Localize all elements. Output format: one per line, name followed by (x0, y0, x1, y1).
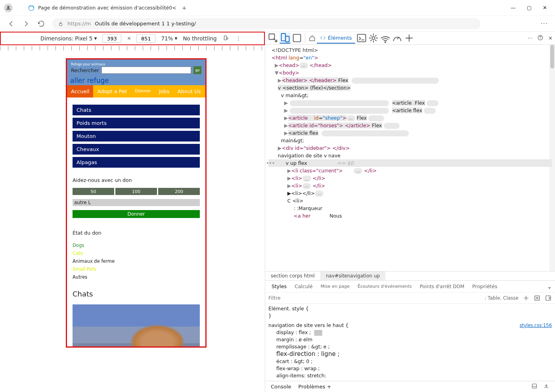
new-tab-icon[interactable]: + (182, 5, 187, 11)
css-property[interactable]: écart : &gt; 0 ; (276, 358, 312, 365)
list-item[interactable]: Alpagas (73, 157, 200, 168)
help-icon[interactable] (537, 34, 544, 42)
back-button[interactable] (7, 20, 15, 28)
flex-editor-icon[interactable] (314, 330, 322, 336)
device-selector[interactable]: Dimensions: Pixel 5 ▼ (40, 35, 97, 42)
zoom-selector[interactable]: 71% ▼ (161, 35, 177, 42)
page-heading: aller refuge (67, 76, 205, 85)
console-tab-icon[interactable] (356, 33, 367, 44)
chevron-down-icon[interactable]: ⌄ (547, 283, 552, 290)
donate-amount-button[interactable]: 50 (73, 188, 114, 195)
styles-pane[interactable]: Élément. style { } navigation de site ve… (265, 304, 555, 381)
minimize-button[interactable]: — (511, 5, 516, 11)
dom-tree[interactable]: <!DOCTYPE html> <html lang="en"> ▶<head>… (265, 45, 555, 271)
add-tab-icon[interactable] (404, 33, 415, 44)
search-go-button[interactable]: go (193, 66, 201, 74)
maximize-button[interactable]: ▢ (527, 5, 532, 11)
browser-tab[interactable]: Page de démonstration avec émission d'ac… (25, 2, 192, 14)
rotate-icon[interactable] (222, 35, 230, 42)
forward-button[interactable] (22, 20, 30, 28)
filter-meta: : Table. Classe (485, 295, 519, 301)
list-item[interactable]: Chats (73, 105, 200, 115)
height-input[interactable] (136, 34, 155, 43)
css-property[interactable]: margin : ø elm (276, 336, 312, 343)
status-item: Autres (73, 273, 200, 281)
device-emulation-icon[interactable] (279, 33, 291, 44)
donate-amount-button[interactable]: 200 (158, 188, 200, 195)
donate-amount-button[interactable]: 100 (115, 188, 157, 195)
tab-layout[interactable]: Mise en page (318, 281, 353, 291)
list-item[interactable]: Mouton (73, 131, 200, 142)
sources-tab-icon[interactable] (368, 33, 379, 44)
styles-filter-input[interactable] (268, 295, 481, 301)
svg-rect-2 (59, 23, 62, 25)
svg-rect-8 (357, 34, 366, 42)
tab-listeners[interactable]: Écouteurs d'événements (354, 281, 415, 291)
donate-submit-button[interactable]: Donner (73, 210, 200, 218)
tab-icon[interactable] (291, 33, 302, 44)
css-property[interactable]: flex-wrap : wrap ; (276, 365, 320, 372)
nav-item-donate[interactable]: Donner (131, 85, 155, 98)
nav-item-adopt[interactable]: Adopt a Pet (93, 85, 131, 98)
device-viewport: Refuge pour animaux Rechercher go aller … (0, 50, 265, 392)
device-toolbar-menu[interactable]: ⋮ (235, 35, 242, 42)
profile-avatar[interactable] (4, 4, 13, 12)
source-link[interactable]: styles.css:156 (520, 322, 552, 329)
drawer-console-tab[interactable]: Console (271, 384, 291, 390)
svg-point-10 (385, 42, 385, 42)
device-toolbar: Dimensions: Pixel 5 ▼ ✕ 71% ▼ No throttl… (0, 32, 265, 45)
toggle-classes-icon[interactable] (534, 294, 541, 302)
nav-item-about[interactable]: About Us (174, 85, 205, 98)
donate-heading: Aidez-nous avec un don (73, 177, 200, 183)
svg-rect-14 (532, 384, 537, 388)
devtools-tabs: Éléments ··· ✕ (265, 32, 555, 45)
width-input[interactable] (102, 34, 121, 43)
search-input[interactable] (101, 67, 191, 74)
emulated-phone: Refuge pour animaux Rechercher go aller … (66, 58, 207, 348)
tab-styles[interactable]: Styles (268, 281, 290, 292)
welcome-tab-icon[interactable] (305, 33, 316, 44)
list-item[interactable]: Poids morts (73, 118, 200, 128)
drawer-icon[interactable] (531, 383, 538, 390)
tab-dom-breakpoints[interactable]: Points d'arrêt DOM (417, 281, 467, 292)
crumb-item[interactable]: nav#sitenavigation up (320, 272, 385, 280)
breadcrumb[interactable]: section corps html nav#sitenavigation up (265, 271, 555, 281)
computed-styles-icon[interactable] (545, 294, 552, 302)
css-property[interactable]: flex-direction : ligne ; (276, 350, 339, 358)
devtools-drawer: Console Problèmes + (265, 381, 555, 392)
elements-tab[interactable]: Éléments (317, 33, 355, 44)
network-tab-icon[interactable] (380, 33, 391, 44)
tab-properties[interactable]: Propriétés (469, 281, 500, 292)
reload-button[interactable] (37, 20, 45, 28)
nav-item-jobs[interactable]: Jobs (155, 85, 174, 98)
drawer-problems-tab[interactable]: Problèmes + (299, 384, 331, 390)
throttling-selector[interactable]: No throttling (183, 35, 216, 42)
inspect-element-icon[interactable] (268, 33, 279, 44)
close-devtools-icon[interactable]: ✕ (548, 35, 553, 41)
donate-other-input[interactable]: autre L (73, 199, 200, 206)
nav-item-home[interactable]: Accueil (67, 85, 93, 98)
close-button[interactable]: ✕ (543, 5, 547, 11)
browser-menu-button[interactable]: ··· (541, 20, 548, 27)
devtools-menu-icon[interactable]: ··· (528, 35, 532, 41)
performance-tab-icon[interactable] (392, 33, 403, 44)
site-brand: Refuge pour animaux (71, 63, 201, 66)
list-item[interactable]: Chevaux (73, 144, 200, 155)
chats-heading: Chats (73, 290, 200, 298)
tab-computed[interactable]: Calculé (291, 281, 316, 292)
url-field[interactable]: https://m Outils de développement 1 1 y-… (52, 18, 480, 29)
cat-image (73, 304, 200, 346)
svg-rect-7 (293, 34, 301, 42)
status-item: Animaux de ferme (73, 257, 200, 265)
css-property[interactable]: align-items: stretch: (276, 372, 326, 379)
chevron-down-icon: ▼ (94, 36, 97, 40)
svg-point-0 (8, 6, 10, 8)
css-property[interactable]: display : flex ; (276, 329, 311, 336)
scrollbar[interactable] (549, 45, 555, 271)
crumb-item[interactable]: section corps html (265, 272, 320, 280)
status-item: Dogs (73, 241, 200, 249)
chevron-down-icon: ▼ (174, 36, 177, 40)
drawer-download-icon[interactable] (543, 383, 549, 390)
new-style-rule-icon[interactable] (522, 294, 530, 302)
css-property[interactable]: remplissage : &gt; e ; (276, 343, 330, 350)
